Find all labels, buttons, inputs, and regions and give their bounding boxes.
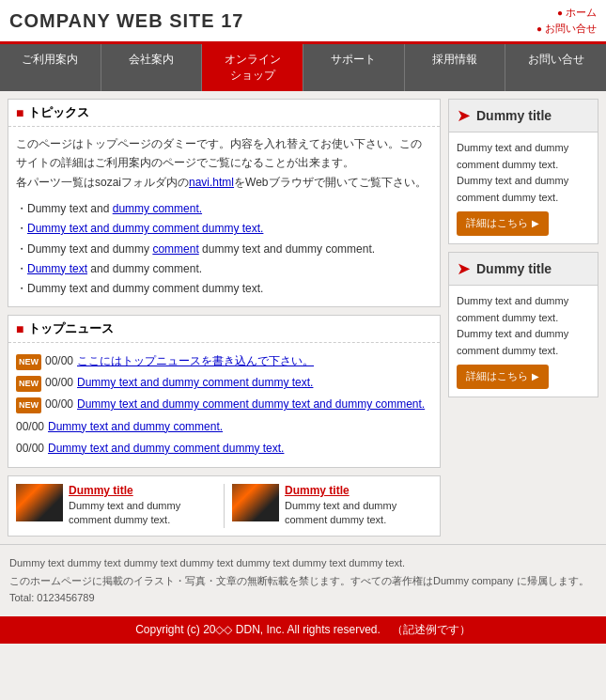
- navigation: ご利用案内 会社案内 オンラインショップ サポート 採用情報 お問い合せ: [0, 44, 606, 91]
- right-panel-1-body: Dummy text and dummy comment dummy text.…: [449, 132, 598, 243]
- topics-body: このページはトップページのダミーです。内容を入れ替えてお使い下さい。このサイトの…: [8, 127, 440, 306]
- new-badge: NEW: [16, 354, 41, 369]
- topics-section: ■ トピックス このページはトップページのダミーです。内容を入れ替えてお使い下さ…: [8, 99, 441, 307]
- topics-icon: ■: [16, 105, 23, 120]
- thumb-content-2: Dummy title Dummy text and dummy comment…: [285, 484, 432, 528]
- contact-link[interactable]: ● お問い合せ: [536, 22, 597, 36]
- thumb-text-1: Dummy text and dummy comment dummy text.: [69, 500, 180, 525]
- news-item-2: NEW 00/00 Dummy text and dummy comment d…: [16, 372, 432, 394]
- thumb-item-2: Dummy title Dummy text and dummy comment…: [232, 484, 432, 528]
- nav-item-online[interactable]: オンラインショップ: [202, 44, 303, 91]
- news-link-2[interactable]: Dummy text and dummy comment dummy text.: [77, 374, 313, 392]
- new-badge-3: NEW: [16, 397, 41, 412]
- news-icon: ■: [16, 321, 23, 336]
- detail-btn-1-arrow: ▶: [532, 216, 539, 231]
- new-badge-2: NEW: [16, 376, 41, 391]
- detail-btn-1-label: 詳細はこちら: [466, 215, 528, 232]
- detail-btn-1[interactable]: 詳細はこちら ▶: [457, 211, 549, 236]
- home-link[interactable]: ● ホーム: [557, 6, 597, 20]
- right-panel-1-header: ➤ Dummy title: [449, 100, 598, 132]
- news-link-3[interactable]: Dummy text and dummy comment dummy text …: [77, 396, 425, 413]
- news-link-5[interactable]: Dummy text and dummy comment dummy text.: [48, 440, 284, 458]
- list-link-4[interactable]: Dummy text: [27, 262, 87, 275]
- topics-title: ■ トピックス: [8, 100, 440, 127]
- list-item: Dummy text and dummy comment.: [16, 259, 432, 279]
- thumb-content-1: Dummy title Dummy text and dummy comment…: [69, 484, 216, 528]
- copyright-text: Copyright (c) 20◇◇ DDN, Inc. All rights …: [135, 623, 471, 636]
- nav-item-support[interactable]: サポート: [303, 44, 405, 91]
- news-body: NEW 00/00 ここにはトップニュースを書き込んで下さい。 NEW 00/0…: [8, 343, 440, 467]
- list-link-3[interactable]: comment: [152, 242, 198, 256]
- news-item-1: NEW 00/00 ここにはトップニュースを書き込んで下さい。: [16, 350, 432, 372]
- right-panel-2-icon: ➤: [457, 258, 471, 279]
- news-title-text: トップニュース: [28, 320, 114, 337]
- thumb-item-1: Dummy title Dummy text and dummy comment…: [16, 484, 216, 528]
- detail-btn-2-label: 詳細はこちら: [466, 368, 528, 385]
- thumb-inner-1: Dummy title Dummy text and dummy comment…: [16, 484, 216, 528]
- footer-text-2: このホームページに掲載のイラスト・写真・文章の無断転載を禁じます。すべての著作権…: [9, 572, 597, 590]
- right-panel-2: ➤ Dummy title Dummy text and dummy comme…: [448, 252, 598, 397]
- right-panel-1: ➤ Dummy title Dummy text and dummy comme…: [448, 99, 598, 244]
- thumb-image-1: [16, 484, 63, 521]
- main-content: ■ トピックス このページはトップページのダミーです。内容を入れ替えてお使い下さ…: [0, 91, 606, 544]
- topics-title-text: トピックス: [28, 104, 89, 121]
- detail-btn-2-arrow: ▶: [532, 369, 539, 384]
- contact-bullet: ●: [536, 23, 542, 34]
- header: COMPANY WEB SITE 17 ● ホーム ● お問い合せ: [0, 0, 606, 44]
- right-panel-2-title: Dummy title: [476, 261, 552, 276]
- list-link-1[interactable]: dummy comment.: [113, 202, 202, 215]
- news-link-1[interactable]: ここにはトップニュースを書き込んで下さい。: [77, 352, 314, 370]
- news-link-4[interactable]: Dummy text and dummy comment.: [48, 418, 223, 436]
- list-item: Dummy text and dummy comment dummy text.: [16, 219, 432, 239]
- news-date-4: 00/00: [16, 418, 44, 436]
- right-panel-2-text: Dummy text and dummy comment dummy text.…: [457, 295, 568, 356]
- news-section: ■ トップニュース NEW 00/00 ここにはトップニュースを書き込んで下さい…: [8, 315, 441, 468]
- news-date-1: 00/00: [45, 352, 73, 370]
- footer-total: Total: 0123456789: [9, 589, 597, 607]
- news-date-5: 00/00: [16, 440, 44, 458]
- news-title: ■ トップニュース: [8, 316, 440, 343]
- detail-btn-2[interactable]: 詳細はこちら ▶: [457, 365, 549, 389]
- news-date-2: 00/00: [45, 374, 73, 392]
- right-column: ➤ Dummy title Dummy text and dummy comme…: [448, 99, 598, 537]
- header-links: ● ホーム ● お問い合せ: [536, 6, 597, 36]
- nav-item-otoiawase[interactable]: お問い合せ: [505, 44, 606, 91]
- site-title: COMPANY WEB SITE 17: [9, 10, 243, 32]
- thumbnail-section: Dummy title Dummy text and dummy comment…: [8, 475, 441, 537]
- home-bullet: ●: [557, 8, 563, 18]
- topics-intro: このページはトップページのダミーです。内容を入れ替えてお使い下さい。このサイトの…: [16, 134, 432, 192]
- footer-bottom: Copyright (c) 20◇◇ DDN, Inc. All rights …: [0, 616, 606, 644]
- right-panel-2-header: ➤ Dummy title: [449, 253, 598, 286]
- nav-item-riyou[interactable]: ご利用案内: [0, 44, 101, 91]
- footer-text: Dummy text dummy text dummy text dummy t…: [0, 544, 606, 616]
- left-column: ■ トピックス このページはトップページのダミーです。内容を入れ替えてお使い下さ…: [8, 99, 441, 537]
- nav-item-kaisha[interactable]: 会社案内: [101, 44, 203, 91]
- thumb-text-2: Dummy text and dummy comment dummy text.: [285, 500, 396, 525]
- thumb-divider: [224, 484, 225, 528]
- thumb-image-2: [232, 484, 279, 521]
- topics-list: Dummy text and dummy comment. Dummy text…: [16, 199, 432, 299]
- nav-item-saiyou[interactable]: 採用情報: [405, 44, 506, 91]
- list-item: Dummy text and dummy comment dummy text …: [16, 240, 432, 259]
- right-panel-1-title: Dummy title: [476, 108, 552, 123]
- right-panel-1-text: Dummy text and dummy comment dummy text.…: [457, 142, 568, 203]
- list-link-2[interactable]: Dummy text and dummy comment dummy text.: [27, 222, 263, 235]
- news-item-4: 00/00 Dummy text and dummy comment.: [16, 416, 432, 438]
- news-list: NEW 00/00 ここにはトップニュースを書き込んで下さい。 NEW 00/0…: [16, 350, 432, 459]
- right-panel-2-body: Dummy text and dummy comment dummy text.…: [449, 286, 598, 397]
- thumb-title-2[interactable]: Dummy title: [285, 484, 432, 497]
- news-item-3: NEW 00/00 Dummy text and dummy comment d…: [16, 394, 432, 415]
- home-label: ホーム: [566, 6, 597, 20]
- news-date-3: 00/00: [45, 396, 73, 413]
- contact-label: お問い合せ: [545, 22, 597, 36]
- navi-link[interactable]: navi.html: [189, 176, 234, 189]
- right-panel-1-icon: ➤: [457, 105, 471, 126]
- thumb-inner-2: Dummy title Dummy text and dummy comment…: [232, 484, 432, 528]
- list-item: Dummy text and dummy comment dummy text.: [16, 279, 432, 299]
- news-item-5: 00/00 Dummy text and dummy comment dummy…: [16, 438, 432, 459]
- list-item: Dummy text and dummy comment.: [16, 199, 432, 219]
- footer-text-1: Dummy text dummy text dummy text dummy t…: [9, 554, 597, 572]
- thumb-title-1[interactable]: Dummy title: [69, 484, 216, 497]
